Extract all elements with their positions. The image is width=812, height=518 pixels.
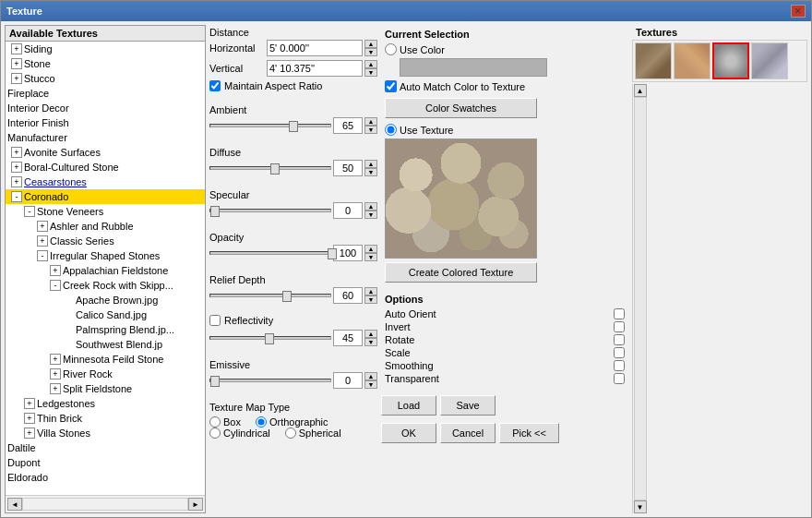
tree-item-coronado[interactable]: - Coronado	[6, 189, 205, 204]
box-radio[interactable]	[209, 416, 221, 428]
specular-slider-track[interactable]	[209, 209, 331, 212]
tree-item-manufacturer[interactable]: Manufacturer	[6, 130, 205, 145]
expand-coronado[interactable]: -	[11, 191, 22, 202]
invert-checkbox[interactable]	[614, 321, 625, 332]
tree-item-minnesota[interactable]: + Minnesota Feild Stone	[6, 352, 205, 367]
relief-up[interactable]: ▲	[364, 287, 377, 295]
color-swatches-button[interactable]: Color Swatches	[385, 98, 537, 118]
textures-scroll-up[interactable]: ▲	[634, 84, 647, 97]
cylindrical-radio[interactable]	[209, 428, 221, 439]
horizontal-spinner[interactable]: ▲ ▼	[364, 40, 377, 56]
diffuse-down[interactable]: ▼	[364, 168, 377, 176]
horizontal-down[interactable]: ▼	[364, 48, 377, 56]
expand-irregular[interactable]: -	[37, 250, 48, 261]
ambient-up[interactable]: ▲	[364, 117, 377, 126]
emissive-spinner[interactable]: ▲ ▼	[364, 372, 377, 389]
ambient-slider-thumb[interactable]	[289, 121, 298, 132]
tree-item-fireplace[interactable]: Fireplace	[6, 86, 205, 101]
tree-item-stone-veneers[interactable]: - Stone Veneers	[6, 204, 205, 219]
transparent-checkbox[interactable]	[614, 373, 625, 384]
vertical-spinner[interactable]: ▲ ▼	[364, 60, 377, 77]
texture-thumb-3[interactable]	[712, 42, 749, 79]
use-texture-radio[interactable]	[385, 124, 397, 136]
expand-siding[interactable]: +	[11, 43, 22, 54]
vertical-up[interactable]: ▲	[364, 60, 377, 68]
tree-item-appalachian[interactable]: + Appalachian Fieldstone	[6, 263, 205, 278]
expand-river-rock[interactable]: +	[50, 368, 61, 379]
specular-up[interactable]: ▲	[364, 202, 377, 211]
specular-down[interactable]: ▼	[364, 211, 377, 219]
specular-spinner[interactable]: ▲ ▼	[364, 202, 377, 219]
opacity-spinner[interactable]: ▲ ▼	[364, 245, 377, 261]
relief-slider-thumb[interactable]	[282, 291, 292, 302]
expand-stucco[interactable]: +	[11, 73, 22, 84]
reflectivity-slider-track[interactable]	[209, 336, 331, 340]
relief-spinner[interactable]: ▲ ▼	[364, 287, 377, 304]
expand-ashler[interactable]: +	[37, 221, 48, 232]
spherical-radio[interactable]	[285, 428, 296, 439]
tree-item-apache-brown[interactable]: + Apache Brown.jpg	[6, 293, 205, 307]
emissive-slider-thumb[interactable]	[210, 376, 220, 387]
reflectivity-down[interactable]: ▼	[364, 338, 377, 346]
diffuse-slider-thumb[interactable]	[270, 163, 280, 175]
relief-value[interactable]	[333, 287, 363, 304]
tree-item-irregular[interactable]: - Irregular Shaped Stones	[6, 248, 205, 263]
texture-preview-image[interactable]	[385, 139, 537, 259]
expand-ceasarstones[interactable]: +	[11, 176, 22, 187]
tree-item-daltile[interactable]: Daltile	[6, 440, 205, 455]
save-button[interactable]: Save	[440, 395, 496, 416]
tree-item-river-rock[interactable]: + River Rock	[6, 367, 205, 381]
tree-item-ledgestones[interactable]: + Ledgestones	[6, 396, 205, 411]
expand-ledgestones[interactable]: +	[24, 398, 35, 409]
texture-thumb-1[interactable]	[635, 42, 672, 79]
vertical-input[interactable]	[267, 60, 363, 77]
diffuse-spinner[interactable]: ▲ ▼	[364, 160, 377, 176]
tree-item-villa-stones[interactable]: + Villa Stones	[6, 426, 205, 440]
tree-item-calico-sand[interactable]: + Calico Sand.jpg	[6, 307, 205, 322]
scroll-left-arrow[interactable]: ◄	[7, 498, 22, 511]
reflectivity-slider-thumb[interactable]	[265, 333, 274, 344]
tree-item-split-fieldstone[interactable]: + Split Fieldstone	[6, 381, 205, 396]
expand-split-fieldstone[interactable]: +	[50, 383, 61, 394]
diffuse-value[interactable]	[333, 160, 363, 176]
smoothing-checkbox[interactable]	[614, 360, 625, 371]
tree-item-stone[interactable]: + Stone	[6, 56, 205, 71]
tree-item-ashler[interactable]: + Ashler and Rubble	[6, 219, 205, 234]
expand-minnesota[interactable]: +	[50, 354, 61, 365]
load-button[interactable]: Load	[381, 395, 436, 416]
expand-avonite[interactable]: +	[11, 147, 22, 158]
emissive-value[interactable]	[333, 372, 363, 389]
tree-item-stucco[interactable]: + Stucco	[6, 71, 205, 86]
tree-item-southwest-blend[interactable]: + Southwest Blend.jp	[6, 337, 205, 352]
orthographic-radio[interactable]	[256, 416, 267, 428]
reflectivity-checkbox[interactable]	[209, 315, 221, 326]
opacity-slider-thumb[interactable]	[328, 248, 337, 259]
specular-value[interactable]	[333, 202, 363, 219]
horizontal-input[interactable]	[267, 40, 363, 56]
tree-item-eldorado[interactable]: Eldorado	[6, 470, 205, 485]
scroll-right-arrow[interactable]: ►	[188, 498, 203, 511]
opacity-up[interactable]: ▲	[364, 245, 377, 253]
auto-orient-checkbox[interactable]	[614, 308, 625, 319]
expand-thin-brick[interactable]: +	[24, 413, 35, 424]
tree-item-thin-brick[interactable]: + Thin Brick	[6, 411, 205, 426]
texture-thumb-4[interactable]	[751, 42, 788, 79]
reflectivity-value[interactable]	[333, 330, 363, 346]
texture-tree[interactable]: + Siding + Stone + Stucco	[6, 42, 205, 495]
cancel-button[interactable]: Cancel	[440, 423, 496, 443]
maintain-aspect-checkbox[interactable]	[209, 80, 221, 91]
horizontal-up[interactable]: ▲	[364, 40, 377, 48]
tree-item-interior-finish[interactable]: Interior Finish	[6, 115, 205, 130]
reflectivity-up[interactable]: ▲	[364, 330, 377, 338]
color-preview-swatch[interactable]	[400, 58, 547, 77]
tree-item-avonite[interactable]: + Avonite Surfaces	[6, 145, 205, 160]
emissive-slider-track[interactable]	[209, 379, 331, 382]
reflectivity-spinner[interactable]: ▲ ▼	[364, 330, 377, 346]
expand-appalachian[interactable]: +	[50, 265, 61, 276]
rotate-checkbox[interactable]	[614, 334, 625, 345]
tree-item-dupont[interactable]: Dupont	[6, 455, 205, 470]
pick-button[interactable]: Pick <<	[499, 423, 559, 443]
emissive-down[interactable]: ▼	[364, 380, 377, 389]
opacity-slider-track[interactable]	[209, 251, 331, 255]
ambient-slider-track[interactable]	[209, 124, 331, 127]
